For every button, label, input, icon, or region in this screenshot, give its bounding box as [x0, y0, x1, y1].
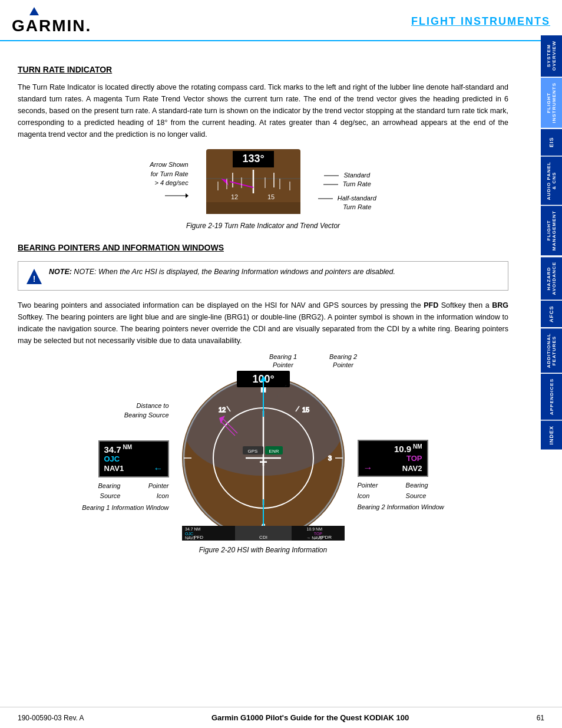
note-label: NOTE:: [49, 268, 74, 276]
left-info-window: 34.7 NM OJC NAV1 ←: [98, 440, 169, 477]
brg-bold: BRG: [492, 301, 508, 309]
logo-text: GARMIN.: [12, 17, 91, 35]
for-turn-rate-label: for Turn Rate: [151, 170, 189, 177]
note-box: ! NOTE: NOTE: When the Arc HSI is displa…: [18, 261, 508, 291]
svg-text:ENR: ENR: [269, 449, 279, 454]
pfd-bold: PFD: [424, 301, 438, 309]
sidebar-tab-afcs[interactable]: AFCS: [541, 301, 562, 327]
sidebar-tab-eis[interactable]: EIS: [541, 129, 562, 156]
left-distance: 34.7 NM: [104, 444, 163, 454]
sidebar-tab-flight-instruments[interactable]: FLIGHTINSTRUMENTS: [541, 78, 562, 128]
svg-text:!: !: [33, 274, 36, 284]
svg-text:34.7 NM: 34.7 NM: [185, 527, 201, 531]
bearing-source-bottom-label: BearingSource: [98, 481, 121, 502]
right-arrow-icon: →: [363, 463, 373, 473]
left-nav: NAV1: [104, 464, 124, 473]
standard-turn-rate-line2-icon: [323, 181, 341, 188]
svg-text:3: 3: [328, 454, 331, 462]
right-bearing-source-label: BearingSource: [406, 480, 428, 501]
svg-text:CDI: CDI: [259, 535, 267, 540]
diagram-label-left: Arrow Shown for Turn Rate > 4 deg/sec: [150, 160, 188, 205]
sidebar-tabs: SYSTEMOVERVIEW FLIGHTINSTRUMENTS EIS AUD…: [541, 35, 562, 450]
sidebar-tab-system-overview[interactable]: SYSTEMOVERVIEW: [541, 35, 562, 77]
svg-marker-1: [186, 193, 189, 198]
svg-text:+: +: [259, 454, 267, 470]
bearing1-pointer-label: Bearing 1Pointer: [269, 353, 297, 370]
right-info-area: 10.9 NM TOP → NAV2 PointerIcon BearingSo…: [358, 401, 452, 510]
svg-text:10.9 NM: 10.9 NM: [306, 527, 322, 531]
bearing-source-top-label: Bearing Source: [124, 411, 169, 419]
bearing-body-text: Two bearing pointers and associated info…: [18, 299, 508, 347]
left-station: OJC: [104, 454, 120, 463]
figure-2-20-caption: Figure 2-20 HSI with Bearing Information: [199, 546, 327, 554]
footer-left: 190-00590-03 Rev. A: [18, 714, 84, 722]
note-text: NOTE: NOTE: When the Arc HSI is displaye…: [49, 266, 395, 278]
svg-text:OJC: OJC: [185, 532, 193, 536]
distance-to-label: Distance to: [136, 402, 168, 409]
sidebar-tab-hazard[interactable]: HAZARDAVOIDANCE: [541, 257, 562, 299]
svg-text:133°: 133°: [242, 153, 264, 164]
right-info-window: 10.9 NM TOP → NAV2: [358, 440, 428, 477]
page-footer: 190-00590-03 Rev. A Garmin G1000 Pilot's…: [0, 707, 562, 728]
svg-text:GPS: GPS: [247, 449, 257, 454]
footer-center: Garmin G1000 Pilot's Guide for the Quest…: [211, 713, 409, 722]
half-turn-rate-label: Turn Rate: [323, 203, 371, 210]
svg-text:12: 12: [231, 193, 238, 200]
svg-text:PFD: PFD: [194, 535, 203, 540]
sidebar-tab-appendices[interactable]: APPENDICES: [541, 374, 562, 420]
main-content: TURN RATE INDICATOR The Turn Rate Indica…: [0, 41, 541, 566]
left-arrow-icon: ←: [154, 463, 163, 474]
standard-label: Standard: [343, 172, 370, 179]
turn-rate-label: Turn Rate: [343, 180, 371, 187]
figure-2-19-caption: Figure 2-19 Turn Rate Indicator and Tren…: [18, 222, 508, 230]
svg-rect-19: [206, 202, 300, 214]
bearing-diagram-section: Bearing 1Pointer Bearing 2Pointer Distan…: [18, 353, 508, 554]
left-nm-unit: NM: [121, 444, 132, 450]
note-triangle-icon: !: [25, 268, 43, 285]
svg-text:15: 15: [267, 193, 275, 200]
bearing-pointers-heading: BEARING POINTERS AND INFORMATION WINDOWS: [18, 243, 508, 252]
full-diagram-row: Distance to Bearing Source 34.7 NM OJC N…: [18, 370, 508, 542]
diagram-label-right: Standard Turn Rate Half-standard: [318, 153, 376, 212]
half-standard-label: Half-standard: [338, 195, 376, 202]
right-distance: 10.9 NM: [363, 443, 422, 454]
half-standard-line-icon: [318, 195, 336, 202]
footer-right: 61: [537, 714, 544, 722]
arrow-shown-label: Arrow Shown: [150, 161, 188, 168]
sidebar-tab-audio-panel[interactable]: AUDIO PANEL& CNS: [541, 157, 562, 205]
standard-turn-rate-line-icon: [324, 172, 342, 179]
sidebar-tab-additional[interactable]: ADDITIONALFEATURES: [541, 328, 562, 373]
page-header: GARMIN. FLIGHT INSTRUMENTS: [0, 0, 562, 41]
sidebar-tab-flight-management[interactable]: FLIGHTMANAGEMENT: [541, 206, 562, 255]
garmin-logo: GARMIN.: [12, 7, 91, 35]
pointer-labels-row: Bearing 1Pointer Bearing 2Pointer: [125, 353, 478, 370]
hsi-center: N 3 6 12: [169, 370, 358, 542]
right-nm-unit: NM: [411, 443, 422, 450]
right-pointer-icon-label: PointerIcon: [358, 480, 378, 501]
svg-text:XPDR: XPDR: [318, 535, 331, 540]
svg-text:12: 12: [218, 406, 225, 413]
left-info-area: Distance to Bearing Source 34.7 NM OJC N…: [75, 401, 169, 511]
sidebar-tab-index[interactable]: INDEX: [541, 421, 562, 450]
hsi-svg: N 3 6 12: [169, 370, 358, 541]
gt4-label: > 4 deg/sec: [154, 179, 188, 186]
right-nav: NAV2: [402, 464, 422, 473]
bearing2-info-window-label: Bearing 2 Information Window: [358, 503, 444, 510]
arrow-to-diagram-icon: [165, 190, 189, 202]
pointer-icon-label: PointerIcon: [148, 481, 169, 502]
right-station: TOP: [363, 454, 422, 463]
turn-rate-diagram: Arrow Shown for Turn Rate > 4 deg/sec: [140, 149, 387, 216]
turn-rate-body: The Turn Rate Indicator is located direc…: [18, 81, 508, 140]
bearing2-pointer-label: Bearing 2Pointer: [329, 353, 357, 370]
svg-text:15: 15: [302, 406, 309, 413]
page-title: FLIGHT INSTRUMENTS: [411, 15, 550, 28]
logo-triangle-icon: [29, 7, 39, 15]
turn-rate-hsi-display: 133° 12 15: [194, 149, 312, 214]
turn-rate-heading: TURN RATE INDICATOR: [18, 65, 508, 74]
note-body: NOTE: When the Arc HSI is displayed, the…: [74, 268, 395, 276]
bearing1-info-window-label: Bearing 1 Information Window: [82, 504, 168, 511]
turn-rate-figure: Arrow Shown for Turn Rate > 4 deg/sec: [18, 149, 508, 230]
